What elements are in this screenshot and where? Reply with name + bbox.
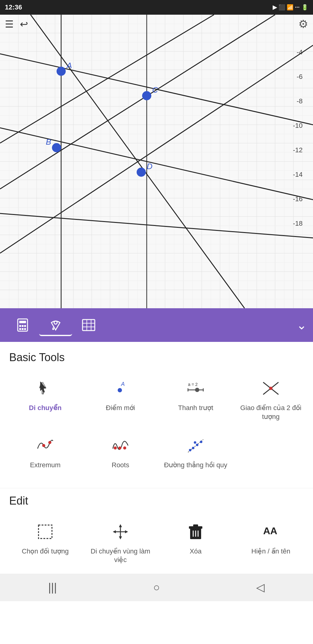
rename-icon: AA (262, 523, 280, 541)
extremum-icon (36, 436, 54, 455)
svg-point-125 (189, 449, 191, 451)
toolbar-geometry-btn[interactable] (39, 314, 72, 336)
tool-delete[interactable]: Xóa (160, 516, 232, 568)
svg-point-120 (48, 441, 51, 444)
svg-text:A: A (121, 381, 125, 387)
hamburger-icon[interactable]: ☰ (5, 18, 14, 30)
svg-rect-97 (22, 328, 24, 330)
extremum-label: Extremum (30, 461, 61, 470)
extremum-icon-area (31, 433, 59, 458)
svg-rect-95 (24, 325, 26, 327)
svg-point-122 (118, 446, 121, 450)
svg-point-89 (137, 168, 145, 176)
roots-label: Roots (112, 461, 129, 470)
signal-icons: 🔋 (301, 4, 308, 11)
basic-tools-grid: Di chuyển A Điểm mới a = 2 (9, 373, 307, 473)
delete-icon (186, 523, 205, 541)
slider-icon-area: a = 2 (182, 376, 209, 401)
move-view-icon (111, 523, 130, 541)
tool-select[interactable]: Chọn đối tượng (9, 516, 81, 568)
delete-icon-area (182, 520, 209, 544)
svg-text:-18: -18 (293, 220, 303, 227)
notification-icons: ▶ ⬛ 📶 ··· (273, 4, 300, 11)
calculator-icon (15, 318, 30, 332)
svg-rect-102 (83, 320, 95, 331)
svg-text:a = 2: a = 2 (188, 382, 198, 387)
roots-icon (111, 436, 130, 455)
toolbar-chevron-btn[interactable]: ⌄ (296, 318, 307, 332)
move-icon (36, 379, 54, 398)
svg-point-115 (195, 388, 199, 392)
select-label: Chọn đối tượng (22, 547, 68, 556)
svg-point-109 (118, 388, 122, 392)
svg-rect-93 (19, 325, 21, 327)
select-icon-area (31, 520, 59, 544)
svg-marker-133 (113, 530, 116, 533)
move-label: Di chuyển (29, 404, 62, 413)
svg-marker-131 (119, 524, 122, 527)
svg-text:AA: AA (263, 525, 277, 536)
svg-rect-130 (39, 525, 52, 539)
svg-point-128 (200, 441, 202, 443)
delete-label: Xóa (190, 547, 201, 556)
rename-icon-area: AA (257, 520, 285, 544)
tool-roots[interactable]: Roots (84, 430, 156, 473)
tool-intersect[interactable]: Giao điểm của 2 đối tượng (235, 373, 307, 424)
roots-icon-area (107, 433, 134, 458)
basic-tools-section: Basic Tools Di chuyển A (0, 342, 313, 488)
intersect-label: Giao điểm của 2 đối tượng (236, 404, 305, 421)
tool-slider[interactable]: a = 2 Thanh trượt (160, 373, 232, 424)
status-bar: 12:36 ▶ ⬛ 📶 ··· 🔋 (0, 0, 313, 15)
graph-canvas: -4 -6 -8 -10 -12 -14 -16 -18 A B (0, 15, 313, 308)
nav-home-btn[interactable]: ○ (141, 578, 172, 597)
toolbar-table-btn[interactable] (72, 315, 105, 335)
svg-rect-94 (22, 325, 24, 327)
svg-marker-132 (119, 536, 122, 539)
svg-text:-10: -10 (293, 122, 303, 129)
settings-icon[interactable]: ⚙ (298, 18, 308, 31)
slider-label: Thanh trượt (178, 404, 213, 413)
rename-label: Hiện / ẩn tên (251, 547, 290, 556)
status-bar-left: 12:36 (5, 3, 22, 11)
tool-regression[interactable]: Đường thẳng hồi quy (160, 430, 232, 473)
svg-rect-139 (193, 524, 198, 527)
nav-menu-btn[interactable]: ||| (36, 578, 69, 597)
nav-back-btn[interactable]: ◁ (244, 578, 277, 597)
svg-point-121 (114, 446, 117, 450)
undo-icon[interactable]: ↩ (20, 18, 28, 30)
tool-move[interactable]: Di chuyển (9, 373, 81, 424)
svg-point-101 (52, 328, 54, 330)
svg-text:B: B (46, 137, 51, 146)
new-point-icon: A (111, 379, 130, 398)
svg-text:-8: -8 (296, 97, 303, 105)
new-point-label: Điểm mới (106, 404, 135, 413)
edit-section: Edit Chọn đối tượng (0, 488, 313, 574)
toolbar-calculator-btn[interactable] (6, 315, 39, 335)
basic-tools-title: Basic Tools (9, 351, 307, 364)
time-display: 12:36 (5, 3, 22, 11)
regression-label: Đường thẳng hồi quy (164, 461, 227, 470)
svg-rect-92 (19, 321, 26, 323)
edit-title: Edit (9, 494, 307, 507)
graph-area[interactable]: ☰ ↩ ⚙ (0, 15, 313, 308)
tool-move-view[interactable]: Di chuyển vùng làm việc (84, 516, 156, 568)
tool-new-point[interactable]: A Điểm mới (84, 373, 156, 424)
bottom-toolbar: ⌄ (0, 308, 313, 342)
svg-point-83 (57, 67, 65, 76)
svg-text:-12: -12 (293, 146, 303, 154)
regression-icon-area (182, 433, 209, 458)
svg-text:C: C (152, 85, 158, 94)
svg-point-123 (123, 446, 126, 450)
slider-icon: a = 2 (186, 379, 205, 398)
svg-point-87 (142, 91, 151, 100)
move-view-label: Di chuyển vùng làm việc (86, 547, 155, 564)
svg-point-118 (269, 387, 272, 390)
svg-point-119 (42, 444, 45, 447)
tool-rename[interactable]: AA Hiện / ẩn tên (235, 516, 307, 568)
graph-toolbar-left: ☰ ↩ (5, 18, 28, 30)
nav-bar: ||| ○ ◁ (0, 574, 313, 601)
regression-icon (186, 436, 205, 455)
tool-extremum[interactable]: Extremum (9, 430, 81, 473)
svg-point-99 (54, 321, 57, 324)
intersect-icon (262, 379, 280, 398)
